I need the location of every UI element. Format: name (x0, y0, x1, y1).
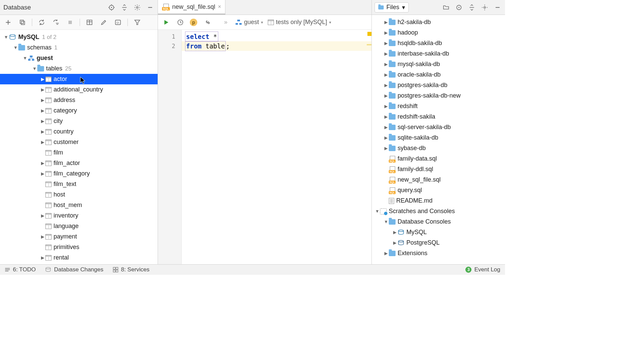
tree-table-address[interactable]: address (0, 95, 158, 105)
tree-table-film_category[interactable]: film_category (0, 168, 158, 179)
tree-folder[interactable]: hadoop (372, 27, 505, 38)
status-todo[interactable]: 6: TODO (5, 266, 36, 273)
edit-icon[interactable] (99, 18, 108, 27)
target-icon[interactable] (454, 3, 464, 12)
tree-table-customer[interactable]: customer (0, 137, 158, 147)
tree-table-host_mem[interactable]: host_mem (0, 200, 158, 210)
tree-sql-file[interactable]: query.sql (372, 185, 505, 195)
tree-table-host[interactable]: host (0, 189, 158, 200)
svg-rect-14 (57, 24, 58, 25)
datasource-selector[interactable]: tests only [MySQL] ▾ (268, 19, 331, 26)
tree-text-file[interactable]: README.md (372, 195, 505, 206)
close-tab-icon[interactable]: × (218, 4, 221, 10)
warning-marker[interactable] (367, 32, 371, 36)
tree-label: family-ddl.sql (398, 166, 433, 173)
tree-folder[interactable]: hsqldb-sakila-db (372, 38, 505, 48)
table-icon (45, 150, 52, 156)
tree-folder[interactable]: sybase-db (372, 143, 505, 153)
tree-extensions[interactable]: Extensions (372, 248, 505, 259)
tree-table-city[interactable]: city (0, 116, 158, 126)
table-icon (45, 182, 52, 187)
highlight-marker[interactable] (367, 44, 371, 45)
code-area[interactable]: select * from table; (182, 30, 371, 264)
folder-icon (389, 83, 396, 88)
svg-rect-44 (5, 271, 8, 271)
table-icon (45, 108, 52, 113)
svg-rect-42 (5, 268, 10, 269)
identifier: table (202, 42, 225, 50)
chevron-down-icon: ▾ (329, 20, 331, 25)
database-tree[interactable]: MySQL 1 of 2 schemas 1 guest tables 25 a… (0, 30, 158, 264)
status-event-log[interactable]: 3 Event Log (465, 266, 500, 273)
tree-folder[interactable]: sql-server-sakila-db (372, 122, 505, 132)
tree-folder[interactable]: oracle-sakila-db (372, 69, 505, 80)
tree-label: Extensions (398, 250, 427, 257)
tree-sql-file[interactable]: new_sql_file.sql (372, 174, 505, 185)
tree-console[interactable]: MySQL (372, 227, 505, 238)
tree-folder[interactable]: mysql-sakila-db (372, 59, 505, 69)
tree-table-language[interactable]: language (0, 221, 158, 231)
tree-tables-node[interactable]: tables 25 (0, 63, 158, 74)
svg-rect-13 (56, 23, 59, 23)
tree-table-additional_country[interactable]: additional_country (0, 84, 158, 95)
open-folder-icon[interactable] (441, 3, 451, 12)
tree-table-category[interactable]: category (0, 105, 158, 116)
tree-folder[interactable]: h2-sakila-db (372, 17, 505, 27)
minimize-icon[interactable] (493, 3, 502, 12)
tree-table-inventory[interactable]: inventory (0, 210, 158, 221)
tree-folder[interactable]: redshift-sakila (372, 111, 505, 122)
stop-icon[interactable] (65, 18, 75, 27)
history-icon[interactable] (176, 18, 185, 27)
tree-db-guest[interactable]: guest (0, 53, 158, 63)
tree-table-payment[interactable]: payment (0, 231, 158, 242)
tree-folder[interactable]: postgres-sakila-db-new (372, 90, 505, 101)
tree-table-country[interactable]: country (0, 126, 158, 137)
files-view-selector[interactable]: Files ▾ (375, 2, 409, 13)
tree-db-consoles[interactable]: Database Consoles (372, 216, 505, 227)
add-icon[interactable] (3, 18, 13, 27)
editor-tab[interactable]: new_sql_file.sql × (158, 0, 225, 15)
datasource-icon (268, 20, 274, 25)
collapse-icon[interactable] (467, 3, 477, 12)
tree-folder[interactable]: sqlite-sakila-db (372, 132, 505, 143)
minimize-icon[interactable] (145, 3, 155, 12)
tree-sql-file[interactable]: family-data.sql (372, 153, 505, 164)
tree-table-film[interactable]: film (0, 147, 158, 158)
more-icon[interactable]: » (221, 18, 230, 27)
tree-folder[interactable]: postgres-sakila-db (372, 80, 505, 90)
copy-icon[interactable] (18, 18, 27, 27)
tree-label: tables (46, 65, 62, 72)
run-icon[interactable] (161, 18, 171, 27)
status-services[interactable]: 8: Services (113, 266, 149, 273)
tree-table-rental[interactable]: rental (0, 252, 158, 263)
tree-table-film_text[interactable]: film_text (0, 179, 158, 189)
target-icon[interactable] (107, 3, 116, 12)
sql-console-icon[interactable]: QL (113, 18, 123, 27)
svg-text:QL: QL (117, 21, 120, 24)
table-view-icon[interactable] (85, 18, 94, 27)
tree-scratches[interactable]: Scratches and Consoles (372, 206, 505, 216)
refresh-filter-icon[interactable] (51, 18, 61, 27)
tree-schemas[interactable]: schemas 1 (0, 42, 158, 53)
tree-folder[interactable]: interbase-sakila-db (372, 48, 505, 59)
tree-sql-file[interactable]: family-ddl.sql (372, 164, 505, 174)
tree-console[interactable]: PostgreSQL (372, 238, 505, 248)
filter-icon[interactable] (133, 18, 142, 27)
tree-folder[interactable]: redshift (372, 101, 505, 111)
refresh-icon[interactable] (37, 18, 46, 27)
files-tree[interactable]: h2-sakila-dbhadoophsqldb-sakila-dbinterb… (372, 15, 505, 264)
tree-table-film_actor[interactable]: film_actor (0, 158, 158, 168)
tree-table-primitives[interactable]: primitives (0, 242, 158, 252)
tree-table-actor[interactable]: actor (0, 74, 158, 84)
tree-root-mysql[interactable]: MySQL 1 of 2 (0, 32, 158, 42)
transaction-mode-icon[interactable]: p (190, 19, 197, 26)
status-db-changes[interactable]: Database Changes (45, 266, 103, 273)
gear-icon[interactable] (133, 3, 142, 12)
collapse-icon[interactable] (120, 3, 129, 12)
schema-selector[interactable]: guest ▾ (235, 19, 263, 26)
gear-icon[interactable] (480, 3, 489, 12)
tree-label: oracle-sakila-db (398, 71, 441, 78)
code-editor[interactable]: 1 2 select * from table; (158, 30, 371, 264)
table-icon (45, 192, 52, 198)
wrench-icon[interactable] (202, 18, 212, 27)
